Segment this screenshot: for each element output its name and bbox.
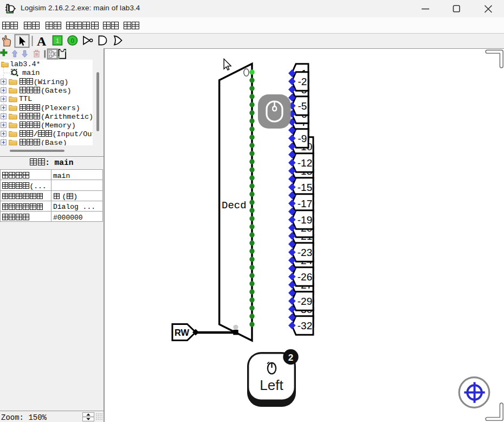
svg-text:-15: -15 — [298, 182, 312, 193]
svg-text:-32: -32 — [298, 320, 312, 331]
svg-text:-19: -19 — [298, 214, 312, 226]
svg-text:-5: -5 — [298, 100, 307, 112]
svg-text:Decd: Decd — [222, 200, 247, 212]
svg-text:Left: Left — [260, 377, 283, 393]
svg-text:RW: RW — [175, 328, 190, 337]
svg-text:-17: -17 — [298, 198, 312, 209]
svg-text:-26: -26 — [298, 271, 312, 283]
svg-text:-29: -29 — [298, 296, 312, 307]
svg-text:-2: -2 — [298, 76, 307, 87]
svg-text:-12: -12 — [298, 157, 312, 169]
svg-text:2: 2 — [288, 353, 293, 363]
svg-text:-23: -23 — [298, 247, 312, 258]
svg-text:-9: -9 — [298, 133, 307, 144]
